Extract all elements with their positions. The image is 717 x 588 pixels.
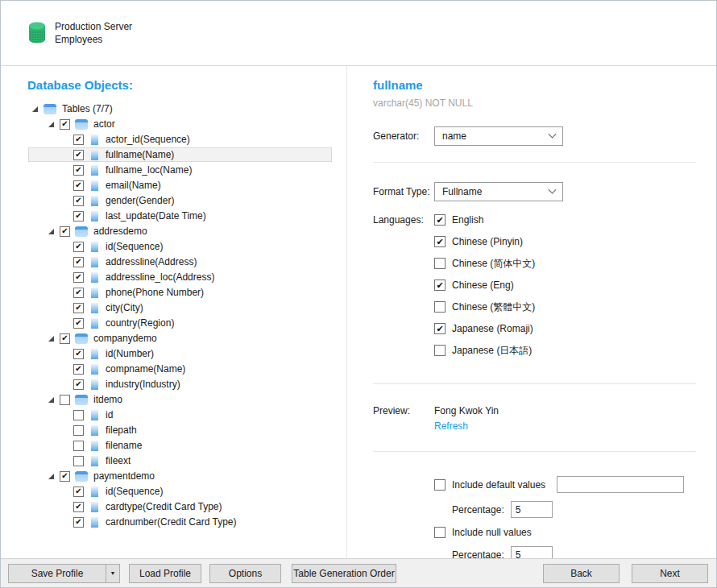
tree-row[interactable]: country(Region) xyxy=(28,316,332,330)
column-checkbox[interactable] xyxy=(73,272,84,283)
table-checkbox[interactable] xyxy=(60,333,70,344)
column-type-text: varchar(45) NOT NULL xyxy=(373,97,696,109)
column-checkbox[interactable] xyxy=(73,487,84,497)
tree-row[interactable]: cardtype(Credit Card Type) xyxy=(28,499,332,514)
column-checkbox[interactable] xyxy=(73,288,84,298)
tree-item-label: phone(Phone Number) xyxy=(106,287,204,298)
default-value-input[interactable] xyxy=(557,476,684,493)
tree-item-label: id(Sequence) xyxy=(106,241,163,252)
column-checkbox[interactable] xyxy=(73,517,84,528)
table-checkbox[interactable] xyxy=(60,395,70,405)
column-icon xyxy=(91,150,98,160)
save-profile-button[interactable]: Save Profile ▼ xyxy=(8,564,120,583)
column-checkbox[interactable] xyxy=(73,165,84,176)
table-icon xyxy=(75,395,88,405)
tree-row[interactable]: gender(Gender) xyxy=(28,193,332,208)
expand-arrow-icon[interactable] xyxy=(48,397,54,403)
next-button[interactable]: Next xyxy=(632,564,708,583)
column-checkbox[interactable] xyxy=(73,456,84,466)
expand-arrow-icon[interactable] xyxy=(32,106,38,112)
null-percentage-input[interactable] xyxy=(511,546,553,558)
column-checkbox[interactable] xyxy=(73,211,84,222)
column-checkbox[interactable] xyxy=(73,150,84,160)
tree-row[interactable]: addressline_loc(Address) xyxy=(28,270,332,284)
column-checkbox[interactable] xyxy=(73,425,84,436)
tree-row[interactable]: id(Sequence) xyxy=(28,239,332,254)
tree-row[interactable]: actor_id(Sequence) xyxy=(28,132,332,147)
column-checkbox[interactable] xyxy=(73,379,84,390)
tree-row[interactable]: email(Name) xyxy=(28,178,332,193)
tree-row[interactable]: filepath xyxy=(28,423,332,437)
tree-row[interactable]: companydemo xyxy=(28,331,332,346)
options-button[interactable]: Options xyxy=(209,564,281,583)
language-checkbox[interactable] xyxy=(434,301,446,313)
connection-name: Production Server xyxy=(55,20,132,33)
save-profile-dropdown-arrow[interactable]: ▼ xyxy=(106,565,119,582)
include-null-values-checkbox[interactable] xyxy=(434,527,446,538)
table-checkbox[interactable] xyxy=(60,471,70,482)
tree-row[interactable]: paymentdemo xyxy=(28,469,332,483)
column-checkbox[interactable] xyxy=(73,303,84,313)
load-profile-button[interactable]: Load Profile xyxy=(129,564,201,583)
tree-item-label: fileext xyxy=(106,455,131,466)
include-default-values-label: Include default values xyxy=(452,479,545,491)
column-icon xyxy=(91,441,98,451)
language-checkbox[interactable] xyxy=(434,258,446,269)
generator-select[interactable]: name xyxy=(434,126,563,146)
tree-row[interactable]: addresdemo xyxy=(28,224,332,238)
tree-row[interactable]: Tables (7/7) xyxy=(28,101,332,116)
expand-arrow-icon[interactable] xyxy=(48,474,54,479)
column-checkbox[interactable] xyxy=(73,180,84,191)
column-checkbox[interactable] xyxy=(73,364,84,375)
expand-arrow-icon[interactable] xyxy=(48,229,54,234)
language-option: Japanese (日本語) xyxy=(434,345,535,356)
refresh-link[interactable]: Refresh xyxy=(434,420,499,432)
tree-row[interactable]: fullname_loc(Name) xyxy=(28,163,332,177)
tree-row[interactable]: last_update(Date Time) xyxy=(28,209,332,223)
tree-row[interactable]: itdemo xyxy=(28,392,332,407)
tree-row[interactable]: fullname(Name) xyxy=(28,147,332,162)
table-checkbox[interactable] xyxy=(60,119,70,130)
expand-arrow-icon[interactable] xyxy=(48,122,54,127)
include-default-values-checkbox[interactable] xyxy=(434,479,446,491)
language-options: EnglishChinese (Pinyin)Chinese (简体中文)Chi… xyxy=(434,214,535,366)
column-checkbox[interactable] xyxy=(73,349,84,359)
tree-row[interactable]: compname(Name) xyxy=(28,362,332,376)
column-icon xyxy=(91,456,98,466)
tree-row[interactable]: id(Number) xyxy=(28,346,332,361)
column-checkbox[interactable] xyxy=(73,318,84,329)
column-checkbox[interactable] xyxy=(73,257,84,267)
tree-row[interactable]: industry(Industry) xyxy=(28,377,332,391)
tree-row[interactable]: id(Sequence) xyxy=(28,484,332,499)
tree-row[interactable]: fileext xyxy=(28,453,332,468)
chevron-down-icon xyxy=(549,185,557,193)
column-checkbox[interactable] xyxy=(73,135,84,145)
language-checkbox[interactable] xyxy=(434,345,446,356)
language-checkbox[interactable] xyxy=(434,214,446,226)
language-checkbox[interactable] xyxy=(434,280,446,291)
tree-row[interactable]: filename xyxy=(28,438,332,453)
tree-row[interactable]: phone(Phone Number) xyxy=(28,285,332,300)
language-checkbox[interactable] xyxy=(434,323,446,334)
tree-row[interactable]: id xyxy=(28,408,332,422)
back-button[interactable]: Back xyxy=(543,564,620,583)
tree-row[interactable]: city(City) xyxy=(28,300,332,315)
table-checkbox[interactable] xyxy=(60,226,70,237)
format-type-select[interactable]: Fullname xyxy=(434,182,563,201)
tree-row[interactable]: cardnumber(Credit Card Type) xyxy=(28,515,332,529)
tree-row[interactable]: actor xyxy=(28,117,332,131)
column-checkbox[interactable] xyxy=(73,441,84,451)
column-checkbox[interactable] xyxy=(73,502,84,512)
table-generation-order-button[interactable]: Table Generation Order xyxy=(292,564,396,583)
column-checkbox[interactable] xyxy=(73,242,84,252)
tree-item-label: filename xyxy=(106,440,142,451)
language-checkbox[interactable] xyxy=(434,236,446,247)
column-icon xyxy=(91,180,98,191)
save-profile-label[interactable]: Save Profile xyxy=(9,565,106,582)
languages-label: Languages: xyxy=(373,214,434,366)
column-checkbox[interactable] xyxy=(73,410,84,420)
tree-row[interactable]: addressline(Address) xyxy=(28,255,332,269)
column-checkbox[interactable] xyxy=(73,196,84,206)
expand-arrow-icon[interactable] xyxy=(48,336,54,342)
default-percentage-input[interactable] xyxy=(511,501,553,518)
